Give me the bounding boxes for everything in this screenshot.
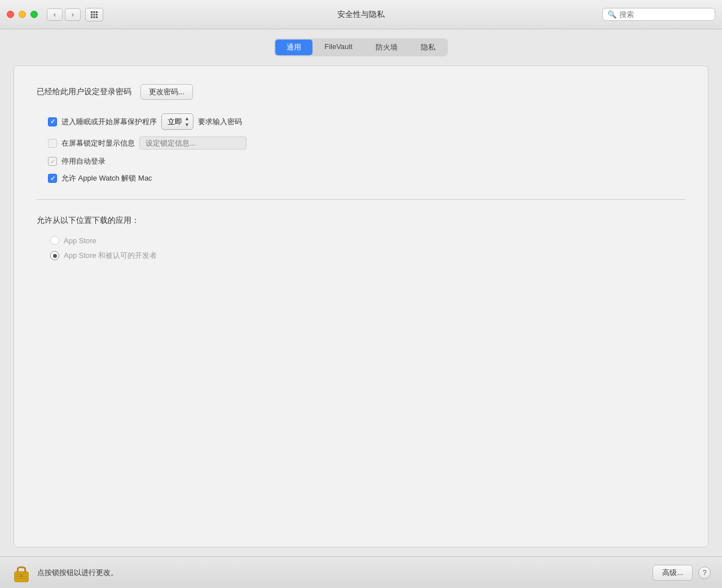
lock-message-checkbox[interactable] [48, 139, 57, 148]
download-title: 允许从以下位置下载的应用： [37, 216, 685, 226]
close-button[interactable] [7, 11, 14, 18]
svg-rect-0 [91, 11, 93, 13]
grid-button[interactable] [85, 8, 103, 21]
svg-rect-8 [96, 16, 98, 18]
lock-message-checkbox-row: 在屏幕锁定时显示信息 [48, 137, 685, 150]
back-button[interactable]: ‹ [47, 8, 63, 21]
nav-buttons: ‹ › [47, 8, 81, 21]
help-button[interactable]: ? [698, 567, 711, 579]
bottom-bar: 点按锁按钮以进行更改。 高级... ? [0, 556, 722, 588]
tab-general[interactable]: 通用 [275, 40, 312, 55]
dropdown-value: 立即 [168, 117, 182, 127]
lock-icon [12, 563, 30, 583]
svg-rect-2 [96, 11, 98, 13]
svg-rect-3 [91, 14, 93, 15]
svg-rect-5 [96, 14, 98, 15]
app-store-developers-label: App Store 和被认可的开发者 [64, 251, 157, 261]
search-icon: 🔍 [607, 10, 617, 19]
tab-container: 通用 FileVault 防火墙 隐私 [274, 38, 448, 56]
svg-rect-4 [94, 14, 95, 15]
download-section: 允许从以下位置下载的应用： App Store App Store 和被认可的开… [37, 216, 685, 261]
lock-icon-container[interactable] [11, 561, 32, 584]
svg-rect-7 [94, 16, 95, 18]
sleep-checkbox-row: 进入睡眠或开始屏幕保护程序 立即 ▲ ▼ 要求输入密码 [48, 113, 685, 130]
dropdown-arrow-icon: ▲ ▼ [184, 116, 190, 128]
minimize-button[interactable] [19, 11, 26, 18]
lock-message-input [139, 137, 246, 150]
disable-autologin-checkbox[interactable] [48, 157, 57, 166]
apple-watch-checkbox[interactable] [48, 174, 57, 183]
app-store-radio-row: App Store [50, 236, 685, 245]
tab-filevault[interactable]: FileVault [313, 40, 364, 55]
svg-rect-6 [91, 16, 93, 18]
svg-rect-1 [94, 11, 95, 13]
tab-firewall[interactable]: 防火墙 [364, 40, 409, 55]
forward-button[interactable]: › [65, 8, 81, 21]
password-label: 已经给此用户设定登录密码 [37, 87, 131, 97]
search-input[interactable] [619, 10, 710, 19]
require-password-label: 要求输入密码 [198, 117, 242, 127]
radio-group: App Store App Store 和被认可的开发者 [50, 236, 685, 261]
traffic-lights [7, 11, 38, 18]
svg-rect-14 [21, 576, 22, 578]
divider [37, 199, 685, 200]
tab-privacy[interactable]: 隐私 [410, 40, 447, 55]
bottom-status-text: 点按锁按钮以进行更改。 [37, 568, 118, 578]
app-store-developers-radio-row: App Store 和被认可的开发者 [50, 251, 685, 261]
tab-bar: 通用 FileVault 防火墙 隐私 [14, 38, 708, 56]
titlebar: ‹ › 安全性与隐私 🔍 [0, 0, 722, 29]
disable-autologin-label: 停用自动登录 [61, 156, 105, 166]
zoom-button[interactable] [30, 11, 38, 18]
content-panel: 已经给此用户设定登录密码 更改密码... 进入睡眠或开始屏幕保护程序 立即 ▲ … [14, 65, 708, 547]
main-content: 通用 FileVault 防火墙 隐私 已经给此用户设定登录密码 更改密码...… [0, 29, 722, 556]
change-password-button[interactable]: 更改密码... [140, 84, 193, 100]
apple-watch-label: 允许 Apple Watch 解锁 Mac [61, 173, 152, 183]
sleep-checkbox[interactable] [48, 117, 57, 126]
disable-autologin-row: 停用自动登录 [48, 156, 685, 166]
options-section: 进入睡眠或开始屏幕保护程序 立即 ▲ ▼ 要求输入密码 在屏幕锁定时显示信息 [48, 113, 685, 183]
window-title: 安全性与隐私 [337, 10, 385, 20]
password-row: 已经给此用户设定登录密码 更改密码... [37, 84, 685, 100]
app-store-label: App Store [64, 236, 96, 245]
bottom-right: 高级... ? [653, 565, 711, 581]
app-store-developers-radio[interactable] [50, 251, 59, 260]
advanced-button[interactable]: 高级... [653, 565, 693, 581]
search-box[interactable]: 🔍 [602, 8, 715, 21]
lock-message-label: 在屏幕锁定时显示信息 [61, 138, 135, 148]
app-store-radio[interactable] [50, 236, 59, 245]
sleep-label: 进入睡眠或开始屏幕保护程序 [61, 117, 157, 127]
immediately-dropdown[interactable]: 立即 ▲ ▼ [161, 113, 193, 130]
apple-watch-row: 允许 Apple Watch 解锁 Mac [48, 173, 685, 183]
